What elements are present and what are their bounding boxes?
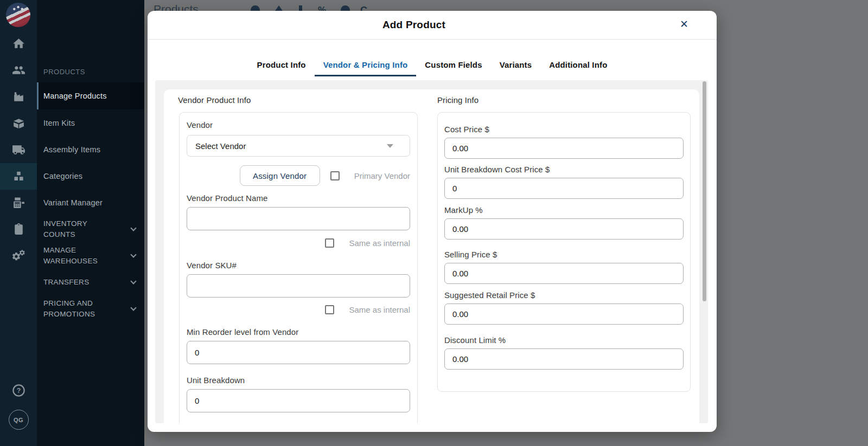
vendor-product-name-label: Vendor Product Name — [187, 193, 410, 203]
modal-title: Add Product — [382, 19, 445, 31]
svg-text:?: ? — [16, 387, 21, 395]
discount-limit-label: Discount Limit % — [444, 335, 684, 345]
truck-icon[interactable] — [0, 137, 37, 163]
sidebar-icon-rail: ? QG — [0, 0, 37, 446]
same-as-internal-checkbox[interactable] — [325, 238, 334, 248]
sidebar-group-transfers[interactable]: TRANSFERS — [37, 269, 144, 295]
percent-icon: % — [318, 5, 326, 11]
cost-price-label: Cost Price $ — [444, 125, 684, 134]
sidebar-section-header: PRODUCTS — [37, 61, 144, 82]
pricing-section-heading: Pricing Info — [437, 95, 478, 105]
tab-vendor-pricing-info[interactable]: Vendor & Pricing Info — [315, 53, 417, 76]
users-icon[interactable] — [0, 57, 37, 83]
sidebar-item-manage-products[interactable]: Manage Products — [37, 82, 144, 109]
sidebar-group-manage-warehouses[interactable]: MANAGE WAREHOUSES — [37, 242, 144, 269]
info-circle-icon — [251, 5, 260, 11]
same-as-internal-label: Same as internal — [349, 305, 410, 314]
discount-limit-input[interactable] — [444, 348, 684, 370]
unit-breakdown-cost-price-input[interactable] — [444, 178, 684, 199]
same-as-internal-label: Same as internal — [349, 238, 410, 248]
background-page-strip: Products % C — [144, 0, 868, 11]
sidebar-group-pricing-promotions[interactable]: PRICING AND PROMOTIONS — [37, 295, 144, 322]
unit-breakdown-cost-price-label: Unit Breakdown Cost Price $ — [444, 165, 684, 174]
suggested-retail-price-label: Suggested Retail Price $ — [444, 290, 684, 300]
min-reorder-label: Min Reorder level from Vendor — [187, 327, 410, 337]
background-page-title: Products — [154, 3, 199, 11]
sidebar-item-variant-manager[interactable]: Variant Manager — [37, 189, 144, 216]
circle-icon — [341, 5, 350, 11]
home-icon[interactable] — [0, 30, 37, 57]
chevron-down-icon — [130, 251, 136, 257]
markup-input[interactable] — [444, 218, 684, 240]
scrollbar-thumb[interactable] — [703, 81, 706, 301]
vendor-product-name-input[interactable] — [187, 207, 410, 230]
add-product-modal: Add Product ✕ Product Info Vendor & Pric… — [148, 11, 717, 432]
modal-tabs: Product Info Vendor & Pricing Info Custo… — [148, 40, 717, 78]
sidebar-group-inventory-counts[interactable]: INVENTORY COUNTS — [37, 216, 144, 242]
chevron-down-icon — [387, 144, 393, 148]
vendor-info-card: Vendor Select Vendor Assign Vendor Prima… — [179, 112, 418, 423]
chevron-down-icon — [130, 225, 136, 231]
upload-icon — [274, 5, 284, 11]
close-icon[interactable]: ✕ — [677, 18, 691, 30]
tab-custom-fields[interactable]: Custom Fields — [416, 53, 490, 76]
suggested-retail-price-input[interactable] — [444, 303, 684, 325]
settings-gears-icon[interactable] — [0, 243, 37, 269]
markup-label: MarkUp % — [444, 205, 684, 215]
clipboard-icon[interactable] — [0, 216, 37, 243]
sidebar-item-categories[interactable]: Categories — [37, 163, 144, 189]
user-avatar[interactable]: QG — [9, 410, 29, 430]
sidebar-menu: PRODUCTS Manage Products Item Kits Assem… — [37, 0, 144, 446]
sidebar-item-assembly-items[interactable]: Assembly Items — [37, 136, 144, 163]
assign-vendor-button[interactable]: Assign Vendor — [240, 165, 320, 186]
vendor-select[interactable]: Select Vendor — [187, 135, 410, 157]
tab-panel: Vendor Product Info Pricing Info Vendor … — [164, 89, 699, 423]
primary-vendor-label: Primary Vendor — [354, 171, 410, 180]
pos-terminal-icon[interactable] — [0, 190, 37, 216]
vendor-select-value: Select Vendor — [195, 141, 246, 151]
modal-header: Add Product ✕ — [148, 11, 717, 40]
tab-variants[interactable]: Variants — [491, 53, 541, 76]
download-icon — [299, 5, 302, 11]
modal-scroll-area: Vendor Product Info Pricing Info Vendor … — [155, 80, 708, 423]
vendor-section-heading: Vendor Product Info — [178, 95, 251, 105]
vendor-sku-label: Vendor SKU# — [187, 261, 410, 270]
selling-price-input[interactable] — [444, 263, 684, 284]
vendor-label: Vendor — [187, 120, 410, 130]
sidebar-item-item-kits[interactable]: Item Kits — [37, 109, 144, 136]
tab-product-info[interactable]: Product Info — [248, 53, 315, 76]
chevron-down-icon — [130, 278, 136, 284]
help-icon[interactable]: ? — [11, 383, 26, 398]
same-as-internal-checkbox[interactable] — [325, 305, 334, 314]
app-logo[interactable] — [6, 3, 30, 27]
refresh-icon: C — [360, 5, 367, 11]
selling-price-label: Selling Price $ — [444, 250, 684, 259]
min-reorder-input[interactable] — [187, 341, 410, 364]
factory-icon[interactable] — [0, 83, 37, 110]
vendor-sku-input[interactable] — [187, 274, 410, 298]
categories-boxes-icon[interactable] — [0, 163, 37, 190]
chevron-down-icon — [130, 305, 136, 311]
cost-price-input[interactable] — [444, 138, 684, 159]
unit-breakdown-label: Unit Breakdown — [187, 376, 410, 385]
primary-vendor-checkbox[interactable] — [330, 171, 340, 180]
tab-additional-info[interactable]: Additional Info — [540, 53, 616, 76]
unit-breakdown-input[interactable] — [187, 389, 410, 412]
pricing-info-card: Cost Price $ Unit Breakdown Cost Price $… — [437, 112, 691, 392]
box-icon[interactable] — [0, 110, 37, 137]
